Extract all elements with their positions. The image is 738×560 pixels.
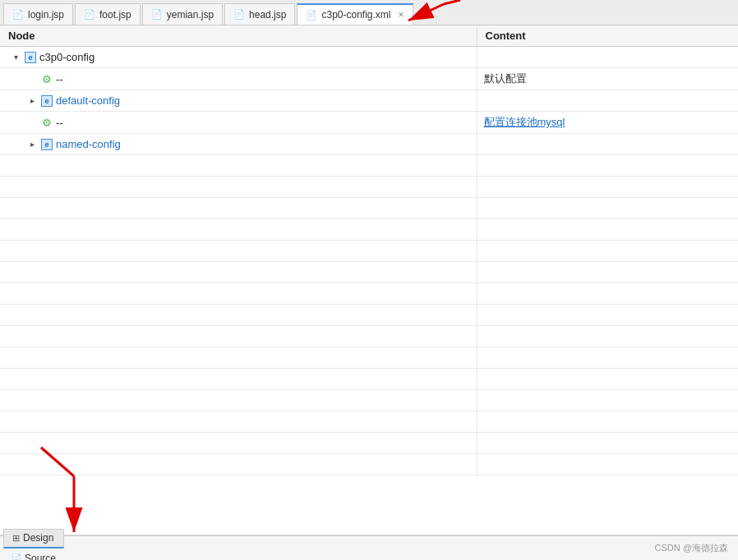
table-row[interactable]: ▸edefault-config [0, 90, 738, 112]
main-window: 📄login.jsp📄foot.jsp📄yemian.jsp📄head.jsp📄… [0, 0, 738, 560]
content-cell [477, 411, 738, 433]
tab-foot[interactable]: 📄foot.jsp [75, 3, 141, 25]
expand-arrow-icon[interactable]: ▾ [10, 52, 21, 63]
tab-yemian[interactable]: 📄yemian.jsp [142, 3, 223, 25]
content-cell [477, 326, 738, 347]
bottom-tab-icon: ⊞ [12, 533, 20, 544]
expand-arrow-icon[interactable]: ▸ [26, 95, 38, 107]
attribute-icon: ⚙ [41, 117, 53, 128]
table-row [0, 411, 738, 433]
content-cell [477, 134, 738, 155]
content-cell [477, 90, 738, 112]
tab-label: c3p0-config.xml [321, 9, 390, 21]
bottom-tab-icon: 📄 [12, 553, 21, 560]
main-content: Node Content ▾ec3p0-config▸⚙--默认配置▸edefa… [0, 25, 738, 535]
node-text: c3p0-config [39, 51, 95, 63]
table-row [0, 369, 738, 390]
tab-label: head.jsp [249, 9, 286, 21]
tab-bar: 📄login.jsp📄foot.jsp📄yemian.jsp📄head.jsp📄… [0, 0, 738, 25]
tab-head[interactable]: 📄head.jsp [224, 3, 295, 25]
content-cell [477, 390, 738, 411]
content-cell [477, 369, 738, 390]
xml-tree-table: Node Content ▾ec3p0-config▸⚙--默认配置▸edefa… [0, 25, 738, 475]
content-text: 默认配置 [484, 72, 527, 85]
content-cell [477, 241, 738, 262]
element-icon: e [41, 139, 53, 150]
table-row[interactable]: ▸⚙--默认配置 [0, 68, 738, 90]
content-cell [477, 283, 738, 305]
tab-login[interactable]: 📄login.jsp [3, 3, 73, 25]
content-cell [477, 155, 738, 177]
bottom-tab-label: Design [23, 532, 53, 544]
table-row[interactable]: ▸enamed-config [0, 134, 738, 155]
node-text: -- [56, 117, 63, 129]
content-cell [477, 305, 738, 326]
table-row [0, 305, 738, 326]
watermark: CSDN @海德拉森 [655, 542, 735, 554]
bottom-tab-label: Source [25, 553, 56, 561]
bottom-tab-source[interactable]: 📄Source [3, 549, 64, 561]
content-cell [477, 347, 738, 369]
table-row [0, 347, 738, 369]
table-row [0, 283, 738, 305]
content-cell [477, 198, 738, 219]
node-text: named-config [56, 138, 121, 150]
tab-close-button[interactable]: × [399, 9, 404, 21]
table-row [0, 454, 738, 475]
table-row[interactable]: ▸⚙--配置连接池mysql [0, 112, 738, 134]
tab-file-icon: 📄 [306, 10, 317, 21]
expand-arrow-icon[interactable]: ▸ [26, 139, 38, 150]
tab-file-icon: 📄 [233, 9, 245, 20]
table-row[interactable]: ▾ec3p0-config [0, 47, 738, 68]
xml-tree-area[interactable]: Node Content ▾ec3p0-config▸⚙--默认配置▸edefa… [0, 25, 738, 535]
content-cell [477, 433, 738, 454]
table-row [0, 177, 738, 198]
tab-label: foot.jsp [99, 9, 131, 21]
content-cell [477, 177, 738, 198]
table-row [0, 241, 738, 262]
col-node-header: Node [0, 25, 477, 47]
table-row [0, 326, 738, 347]
node-text: -- [56, 73, 63, 85]
table-row [0, 155, 738, 177]
tab-label: yemian.jsp [167, 9, 214, 21]
tab-label: login.jsp [28, 9, 64, 21]
tab-c3p0[interactable]: 📄c3p0-config.xml× [297, 3, 413, 25]
table-row [0, 433, 738, 454]
content-cell: 默认配置 [477, 68, 738, 90]
tab-file-icon: 📄 [151, 9, 163, 20]
bottom-toolbar: ⊞Design📄Source CSDN @海德拉森 [0, 535, 738, 560]
col-content-header: Content [477, 25, 738, 47]
content-cell: 配置连接池mysql [477, 112, 738, 134]
tab-file-icon: 📄 [12, 9, 24, 20]
tab-file-icon: 📄 [84, 9, 95, 20]
table-row [0, 219, 738, 241]
table-row [0, 198, 738, 219]
table-row [0, 262, 738, 283]
bottom-tab-design[interactable]: ⊞Design [3, 529, 64, 549]
element-icon: e [25, 52, 36, 63]
content-text: 配置连接池mysql [484, 116, 565, 128]
content-cell [477, 47, 738, 68]
node-text: default-config [56, 94, 120, 107]
attribute-icon: ⚙ [41, 73, 53, 85]
element-icon: e [41, 95, 53, 107]
content-cell [477, 219, 738, 241]
content-cell [477, 454, 738, 475]
table-row [0, 390, 738, 411]
content-cell [477, 262, 738, 283]
